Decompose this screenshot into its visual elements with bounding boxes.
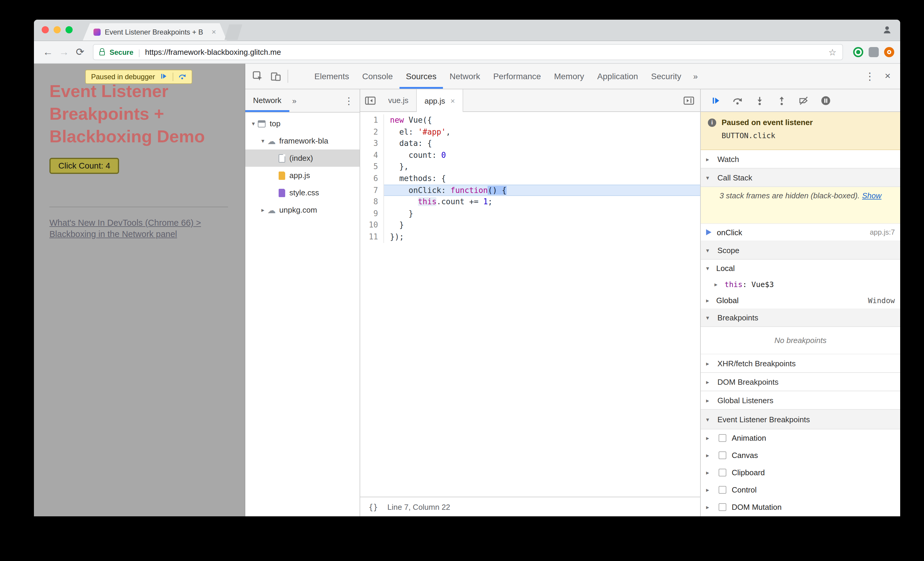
- navigator-menu-icon[interactable]: ⋮: [338, 95, 360, 106]
- expand-icon[interactable]: ▸: [706, 297, 713, 303]
- category-control[interactable]: ▸Control: [701, 481, 900, 498]
- devtools-menu-icon[interactable]: ⋮: [861, 70, 879, 82]
- category-dom-mutation[interactable]: ▸DOM Mutation: [701, 498, 900, 516]
- inspect-element-icon[interactable]: [249, 67, 267, 85]
- scope-this-row[interactable]: ▸ this: Vue$3: [701, 276, 900, 292]
- collapse-icon[interactable]: ▾: [706, 247, 713, 254]
- line-number[interactable]: 10: [360, 219, 384, 231]
- expand-icon[interactable]: ▸: [706, 397, 713, 404]
- scope-local-row[interactable]: ▾ Local: [701, 260, 900, 276]
- category-canvas[interactable]: ▸Canvas: [701, 447, 900, 464]
- tab-application[interactable]: Application: [591, 64, 645, 89]
- extension-icon-2[interactable]: [868, 47, 879, 57]
- section-global-listeners[interactable]: ▸ Global Listeners: [701, 391, 900, 410]
- collapse-icon[interactable]: ▾: [706, 265, 713, 271]
- tab-network[interactable]: Network: [443, 64, 487, 89]
- expand-icon[interactable]: ▸: [706, 452, 713, 459]
- minimize-window-button[interactable]: [54, 26, 61, 33]
- code-text[interactable]: },: [384, 161, 700, 173]
- line-number[interactable]: 8: [360, 196, 384, 207]
- code-text[interactable]: methods: {: [384, 173, 700, 184]
- category-checkbox[interactable]: [718, 452, 726, 459]
- forward-button[interactable]: →: [56, 46, 72, 58]
- line-number[interactable]: 3: [360, 138, 384, 149]
- line-number[interactable]: 2: [360, 126, 384, 138]
- collapse-icon[interactable]: ▾: [706, 416, 713, 423]
- code-text[interactable]: count: 0: [384, 150, 700, 161]
- editor-tab-vue-js[interactable]: vue.js: [380, 89, 417, 111]
- step-into-icon[interactable]: [750, 92, 769, 109]
- expand-icon[interactable]: ▸: [706, 378, 713, 385]
- code-text[interactable]: this.count += 1;: [384, 196, 700, 207]
- expand-icon[interactable]: ▸: [258, 207, 267, 213]
- collapse-icon[interactable]: ▾: [258, 138, 267, 144]
- expand-icon[interactable]: ▸: [714, 281, 722, 287]
- code-text[interactable]: el: '#app',: [384, 126, 700, 138]
- address-bar[interactable]: Secure | https://framework-blackboxing.g…: [93, 44, 843, 60]
- tree-item-index[interactable]: (index): [245, 150, 360, 167]
- code-text[interactable]: new Vue({: [384, 114, 700, 126]
- line-number[interactable]: 11: [360, 231, 384, 243]
- tab-security[interactable]: Security: [645, 64, 688, 89]
- section-dom-breakpoints[interactable]: ▸ DOM Breakpoints: [701, 373, 900, 391]
- tab-elements[interactable]: Elements: [308, 64, 356, 89]
- secure-label[interactable]: Secure: [110, 48, 134, 56]
- category-animation[interactable]: ▸Animation: [701, 429, 900, 447]
- tree-item-unpkg-com[interactable]: ▸☁unpkg.com: [245, 201, 360, 219]
- line-number[interactable]: 7: [360, 184, 384, 196]
- navigator-tab-network[interactable]: Network: [245, 89, 289, 112]
- editor-tab-app-js[interactable]: app.js×: [417, 89, 464, 112]
- tab-close-icon[interactable]: ×: [209, 27, 216, 36]
- callstack-frame[interactable]: onClick app.js:7: [701, 224, 900, 241]
- resume-script-icon[interactable]: [705, 92, 725, 109]
- extension-icon-3[interactable]: [884, 47, 894, 57]
- devtools-close-icon[interactable]: ×: [879, 70, 897, 82]
- category-checkbox[interactable]: [718, 503, 726, 511]
- line-number[interactable]: 5: [360, 161, 384, 173]
- collapse-icon[interactable]: ▾: [706, 314, 713, 321]
- tab-memory[interactable]: Memory: [548, 64, 591, 89]
- pretty-print-icon[interactable]: {}: [369, 502, 378, 511]
- expand-icon[interactable]: ▸: [706, 360, 713, 366]
- expand-icon[interactable]: ▸: [706, 156, 713, 162]
- scope-global-row[interactable]: ▸ Global Window: [701, 292, 900, 309]
- step-out-icon[interactable]: [772, 92, 791, 109]
- bookmark-star-icon[interactable]: ☆: [828, 47, 837, 57]
- zoom-window-button[interactable]: [66, 26, 73, 33]
- category-checkbox[interactable]: [718, 434, 726, 442]
- collapse-navigator-icon[interactable]: [360, 89, 380, 111]
- category-clipboard[interactable]: ▸Clipboard: [701, 464, 900, 481]
- page-link-line1[interactable]: What's New In DevTools (Chrome 66) >: [50, 218, 201, 228]
- expand-icon[interactable]: ▸: [706, 435, 713, 441]
- page-link[interactable]: What's New In DevTools (Chrome 66) > Bla…: [50, 218, 234, 240]
- expand-icon[interactable]: ▸: [706, 504, 713, 510]
- banner-resume-icon[interactable]: [160, 72, 168, 82]
- secure-lock-icon[interactable]: [99, 51, 105, 56]
- code-editor[interactable]: 1new Vue({2 el: '#app',3 data: {4 count:…: [360, 112, 700, 496]
- code-text[interactable]: onClick: function() {: [384, 184, 700, 196]
- section-call-stack[interactable]: ▾ Call Stack: [701, 168, 900, 187]
- navigator-more-tabs-icon[interactable]: »: [289, 96, 299, 105]
- expand-icon[interactable]: ▸: [706, 486, 713, 493]
- line-number[interactable]: 6: [360, 173, 384, 184]
- collapse-icon[interactable]: ▾: [706, 174, 713, 181]
- tab-sources[interactable]: Sources: [399, 64, 443, 89]
- show-link[interactable]: Show: [862, 191, 881, 200]
- section-scope[interactable]: ▾ Scope: [701, 241, 900, 260]
- editor-overflow-icon[interactable]: [678, 89, 700, 111]
- category-checkbox[interactable]: [718, 486, 726, 494]
- step-over-icon[interactable]: [728, 92, 747, 109]
- tree-item-style-css[interactable]: style.css: [245, 184, 360, 201]
- tree-item-framework-bla[interactable]: ▾☁framework-bla: [245, 132, 360, 150]
- section-event-listener-breakpoints[interactable]: ▾ Event Listener Breakpoints: [701, 410, 900, 429]
- code-text[interactable]: }: [384, 208, 700, 219]
- section-xhr-breakpoints[interactable]: ▸ XHR/fetch Breakpoints: [701, 354, 900, 373]
- click-count-button[interactable]: Click Count: 4: [50, 158, 119, 174]
- new-tab-button[interactable]: [225, 24, 242, 40]
- code-text[interactable]: }: [384, 219, 700, 231]
- deactivate-breakpoints-icon[interactable]: [794, 92, 813, 109]
- url-text[interactable]: https://framework-blackboxing.glitch.me: [145, 48, 824, 57]
- device-toolbar-icon[interactable]: [267, 67, 285, 85]
- tab-performance[interactable]: Performance: [487, 64, 548, 89]
- back-button[interactable]: ←: [40, 46, 56, 58]
